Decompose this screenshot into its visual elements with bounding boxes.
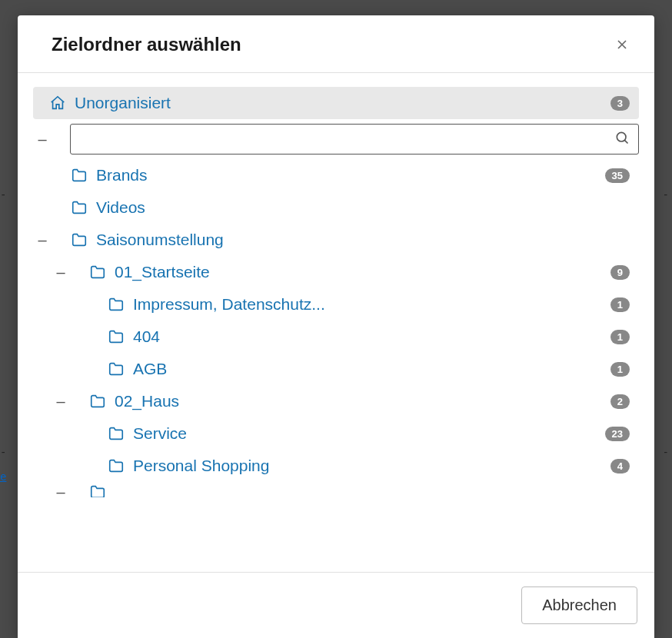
tree-search-row: –: [33, 124, 639, 155]
folder-icon: [70, 199, 88, 216]
tree-item-label: AGB: [133, 360, 604, 378]
collapse-toggle[interactable]: –: [52, 484, 70, 497]
tree-item-label: Brands: [96, 166, 599, 184]
count-badge: 1: [610, 362, 630, 377]
count-badge: 2: [610, 394, 630, 409]
modal-title: Zielordner auswählen: [52, 34, 241, 55]
tree-item[interactable]: Service23: [33, 417, 639, 450]
cancel-button[interactable]: Abbrechen: [521, 586, 637, 624]
tree-item-label: Saisonumstellung: [96, 231, 630, 249]
tree-item[interactable]: –01_Startseite9: [33, 256, 639, 288]
count-badge: 23: [605, 427, 630, 441]
close-button[interactable]: [611, 34, 633, 55]
select-folder-modal: Zielordner auswählen Unorganisiert 3 – B…: [18, 15, 654, 638]
count-badge: 3: [610, 96, 630, 111]
folder-icon: [107, 328, 125, 345]
tree-item[interactable]: Impressum, Datenschutz...1: [33, 288, 639, 321]
tree-item-label: Unorganisiert: [75, 94, 604, 112]
folder-icon: [107, 296, 125, 313]
tree-item[interactable]: Videos: [33, 191, 639, 224]
tree-item-label: Impressum, Datenschutz...: [133, 295, 604, 314]
folder-icon: [107, 425, 125, 442]
modal-footer: Abbrechen: [18, 572, 654, 638]
count-badge: 4: [610, 459, 630, 474]
tree-item-label: Personal Shopping: [133, 457, 604, 475]
tree-item-label: Service: [133, 424, 599, 443]
modal-body: Unorganisiert 3 – Brands35Videos–Saisonu…: [18, 73, 654, 572]
folder-icon: [88, 264, 107, 281]
collapse-toggle[interactable]: –: [52, 264, 70, 280]
tree-item-partial[interactable]: –: [33, 482, 639, 497]
folder-icon: [70, 167, 88, 184]
folder-icon: [107, 361, 125, 377]
tree-item[interactable]: 4041: [33, 321, 639, 353]
count-badge: 1: [610, 297, 630, 312]
tree-item[interactable]: –Saisonumstellung: [33, 224, 639, 256]
tree-item-label: 01_Startseite: [115, 263, 604, 281]
folder-search-input[interactable]: [70, 124, 639, 155]
folder-icon: [88, 393, 107, 410]
tree-item[interactable]: –02_Haus2: [33, 385, 639, 417]
tree-item-label: 02_Haus: [115, 392, 604, 410]
count-badge: 9: [610, 265, 630, 280]
collapse-toggle[interactable]: –: [33, 232, 52, 248]
tree-item-unorganisiert[interactable]: Unorganisiert 3: [33, 87, 639, 119]
tree-item[interactable]: Personal Shopping4: [33, 450, 639, 482]
count-badge: 1: [610, 330, 630, 344]
folder-icon: [88, 483, 107, 497]
count-badge: 35: [605, 168, 630, 183]
modal-header: Zielordner auswählen: [18, 15, 654, 73]
tree-item[interactable]: AGB1: [33, 353, 639, 385]
tree-item[interactable]: Brands35: [33, 159, 639, 191]
tree-item-label: 404: [133, 327, 604, 346]
collapse-toggle[interactable]: –: [52, 394, 70, 409]
folder-icon: [70, 231, 88, 248]
close-icon: [614, 37, 630, 52]
tree-item-label: Videos: [96, 198, 630, 217]
folder-icon: [107, 457, 125, 474]
collapse-toggle[interactable]: –: [33, 131, 52, 147]
home-icon: [48, 95, 67, 111]
